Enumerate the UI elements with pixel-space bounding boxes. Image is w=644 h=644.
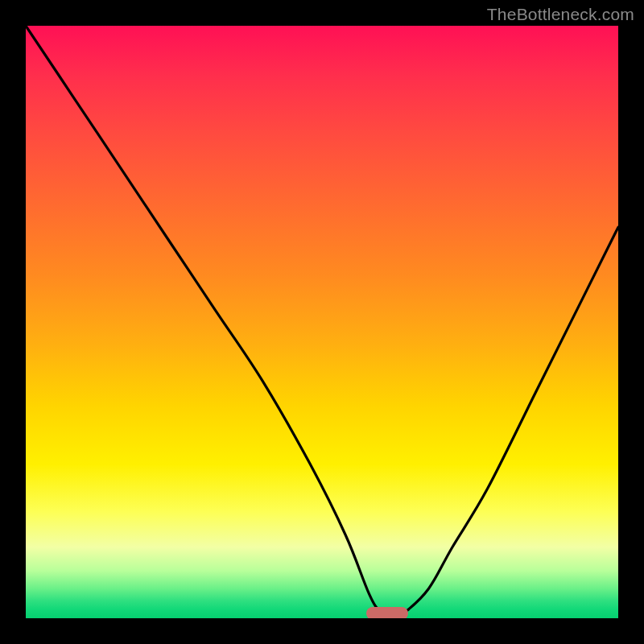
bottleneck-curve [26,26,618,618]
optimum-marker [366,607,408,618]
chart-frame: TheBottleneck.com [0,0,644,644]
watermark-text: TheBottleneck.com [487,5,634,24]
curve-path [26,26,618,618]
plot-area [26,26,618,618]
